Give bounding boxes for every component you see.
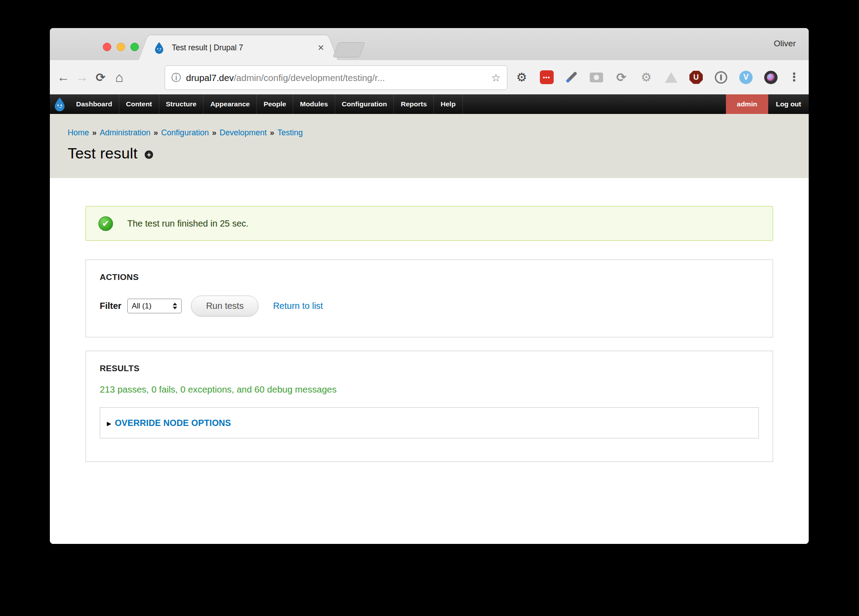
extension-row: ⚙ ••• ⟳ ⚙ U V (509, 60, 783, 94)
bookmark-star-icon[interactable]: ☆ (491, 72, 501, 84)
home-icon[interactable]: ⌂ (110, 71, 129, 84)
admin-nav-reports[interactable]: Reports (394, 94, 434, 114)
info-icon[interactable]: ⓘ (171, 71, 181, 85)
camera-icon[interactable] (590, 73, 603, 82)
admin-nav-modules[interactable]: Modules (293, 94, 335, 114)
browser-toolbar: ← → ⟳ ⌂ ⓘ drupal7.dev /admin/config/deve… (50, 60, 809, 94)
actions-legend: ACTIONS (100, 272, 759, 282)
new-tab-button[interactable] (332, 42, 365, 57)
profile-name[interactable]: Oliver (774, 39, 796, 49)
admin-nav-people[interactable]: People (257, 94, 293, 114)
breadcrumb-separator: » (212, 128, 216, 137)
status-message-text: The test run finished in 25 sec. (127, 219, 248, 229)
lastpass-icon[interactable]: ••• (540, 70, 554, 84)
results-fieldset: RESULTS 213 passes, 0 fails, 0 exception… (85, 351, 773, 462)
vimium-icon[interactable]: V (739, 71, 753, 84)
status-message: ✔ The test run finished in 25 sec. (85, 206, 773, 241)
filter-label: Filter (100, 301, 122, 311)
override-node-options-link[interactable]: OVERRIDE NODE OPTIONS (115, 418, 231, 428)
collapsed-arrow-icon: ▶ (107, 420, 111, 427)
traffic-zoom-button[interactable] (130, 43, 139, 51)
back-icon[interactable]: ← (54, 71, 73, 84)
results-legend: RESULTS (100, 364, 759, 373)
override-node-options-group[interactable]: ▶ OVERRIDE NODE OPTIONS (100, 407, 759, 438)
ublock-icon[interactable]: U (689, 71, 703, 84)
active-tab[interactable]: Test result | Drupal 7 × (151, 35, 325, 60)
page-content: ✔ The test run finished in 25 sec. ACTIO… (50, 178, 809, 544)
checkmark-icon: ✔ (98, 216, 113, 231)
page-header: Home»Administration»Configuration»Develo… (50, 114, 809, 178)
traffic-close-button[interactable] (103, 43, 111, 51)
reload-icon[interactable]: ⟳ (91, 72, 110, 83)
actions-fieldset: ACTIONS Filter All (1) Run tests Return … (85, 259, 773, 337)
breadcrumb-separator: » (92, 128, 97, 137)
admin-nav-dashboard[interactable]: Dashboard (69, 94, 119, 114)
breadcrumb-development[interactable]: Development (219, 128, 267, 137)
select-arrows-icon (173, 303, 177, 309)
traffic-minimize-button[interactable] (117, 43, 125, 51)
breadcrumb: Home»Administration»Configuration»Develo… (68, 128, 791, 138)
gray-gear-icon[interactable]: ⚙ (641, 70, 652, 85)
url-path: /admin/config/development/testing/r... (234, 73, 487, 83)
chrome-menu-icon[interactable]: ⋮ (786, 60, 802, 94)
browser-window: Test result | Drupal 7 × Oliver ← → ⟳ ⌂ … (50, 28, 809, 544)
admin-nav-appearance[interactable]: Appearance (203, 94, 257, 114)
admin-user-button[interactable]: admin (726, 94, 769, 114)
forward-icon: → (73, 71, 91, 84)
admin-nav-content[interactable]: Content (119, 94, 159, 114)
add-shortcut-icon[interactable]: + (145, 150, 153, 159)
breadcrumb-separator: » (154, 128, 158, 137)
admin-nav-help[interactable]: Help (434, 94, 463, 114)
breadcrumb-separator: » (270, 128, 274, 137)
gear-extension-icon[interactable]: ⚙ (516, 70, 527, 85)
lens-icon[interactable] (764, 71, 778, 84)
admin-nav-structure[interactable]: Structure (159, 94, 204, 114)
drupal-favicon-icon (153, 42, 165, 54)
close-tab-icon[interactable]: × (318, 42, 324, 53)
url-bar[interactable]: ⓘ drupal7.dev /admin/config/development/… (165, 65, 507, 90)
filter-select[interactable]: All (1) (127, 299, 182, 313)
url-host: drupal7.dev (186, 73, 234, 83)
admin-nav-configuration[interactable]: Configuration (335, 94, 394, 114)
session-refresh-icon[interactable]: ⟳ (616, 70, 627, 85)
logout-button[interactable]: Log out (768, 94, 809, 114)
run-tests-button[interactable]: Run tests (191, 296, 259, 316)
breadcrumb-configuration[interactable]: Configuration (161, 128, 209, 137)
breadcrumb-home[interactable]: Home (68, 128, 89, 137)
eyedropper-icon[interactable] (566, 71, 577, 83)
tab-title: Test result | Drupal 7 (172, 43, 318, 53)
drupal-admin-bar: Dashboard Content Structure Appearance P… (50, 94, 809, 114)
tab-strip: Test result | Drupal 7 × Oliver (50, 28, 809, 60)
breadcrumb-administration[interactable]: Administration (100, 128, 150, 137)
key-circle-icon[interactable] (715, 71, 727, 84)
return-to-list-link[interactable]: Return to list (273, 301, 323, 311)
page-title: Test result (68, 145, 138, 162)
breadcrumb-testing[interactable]: Testing (277, 128, 303, 137)
filter-select-value: All (1) (132, 302, 173, 311)
drive-icon[interactable] (665, 72, 677, 83)
drupal-logo-icon[interactable] (50, 94, 69, 114)
results-summary: 213 passes, 0 fails, 0 exceptions, and 6… (100, 384, 759, 395)
